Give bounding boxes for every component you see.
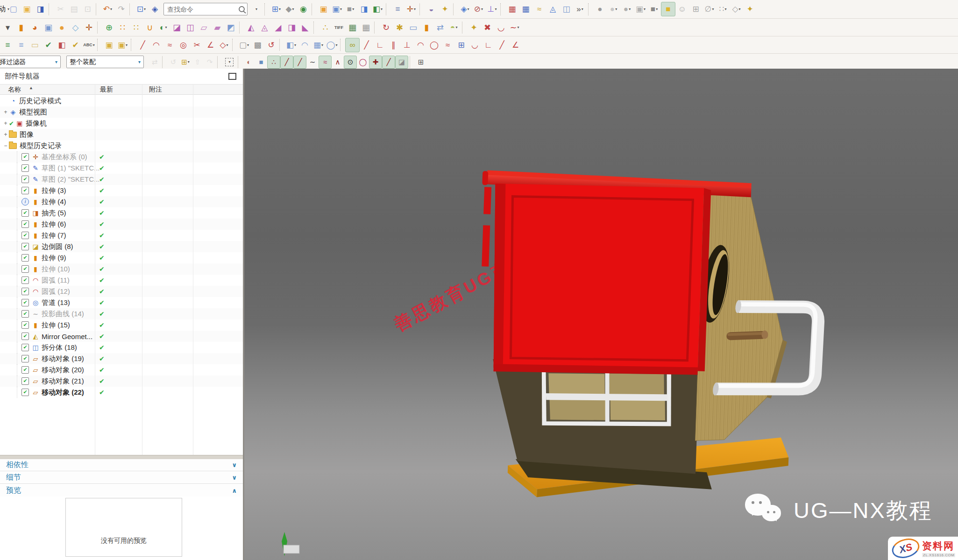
tree-row[interactable]: ✔▱移动对象 (21)✔ <box>0 376 243 387</box>
n-sided-surface[interactable]: ◯▾ <box>325 38 339 52</box>
pattern-feature[interactable]: ∷ <box>116 21 129 34</box>
surface-four-point[interactable]: ◧▾ <box>284 38 298 52</box>
pin-block[interactable]: ▮ <box>420 21 433 34</box>
shell-cmd[interactable]: ◨ <box>285 21 298 34</box>
column-name[interactable]: 名称 <box>8 85 21 94</box>
tree-row[interactable]: ✔◎管道 (13)✔ <box>0 297 243 308</box>
key-shortcut[interactable]: ✦ <box>438 2 452 16</box>
section-dependencies[interactable]: 相依性 ∨ <box>0 459 243 471</box>
mesh-blue[interactable]: ▦ <box>519 2 532 16</box>
true-shading[interactable]: ■ <box>661 2 675 16</box>
chamfer-line[interactable]: ╱ <box>495 38 509 52</box>
sheet-pages[interactable]: ◫ <box>560 2 573 16</box>
fillet-corner[interactable]: ◡ <box>468 38 482 52</box>
taper[interactable]: ◣ <box>298 21 312 34</box>
redo[interactable]: ↷ <box>114 2 128 16</box>
feature-checkbox[interactable]: ✔ <box>21 254 29 262</box>
loop-curve[interactable]: ↺ <box>264 38 278 52</box>
feature-checkbox[interactable]: ✔ <box>21 220 29 228</box>
tree-row[interactable]: +图像 <box>0 129 243 140</box>
feature-checkbox[interactable]: ✔ <box>21 187 29 194</box>
snap-midpoint[interactable]: ╱ <box>293 56 306 69</box>
view-orient[interactable]: ◈▾ <box>458 2 472 16</box>
feature-checkbox[interactable]: ✔ <box>21 310 29 318</box>
point-set[interactable]: ∴ <box>319 21 332 34</box>
snap-point[interactable]: ∴ <box>267 56 280 69</box>
synchronous-move[interactable]: ↻ <box>379 21 393 34</box>
display-mode[interactable]: ■▾ <box>344 2 357 16</box>
navigator-column-header[interactable]: 名称 ▲ 最新 附注 <box>0 84 243 95</box>
trim-body[interactable]: ◪ <box>170 21 184 34</box>
command-finder-input[interactable] <box>166 5 237 14</box>
role-standard[interactable]: ◒ <box>425 2 438 16</box>
datum-csys[interactable]: ✛ <box>82 21 96 34</box>
expand-toggle[interactable]: + <box>2 131 9 138</box>
feature-checkbox[interactable]: ✔ <box>21 389 29 396</box>
unite[interactable]: ∪ <box>143 21 156 34</box>
sketch-axes[interactable]: ∟ <box>373 38 387 52</box>
arc-dashed[interactable]: ◠ <box>414 38 427 52</box>
raster-image[interactable]: ▦ <box>359 21 373 34</box>
chamfer[interactable]: ◢ <box>271 21 285 34</box>
start-menu[interactable]: 启动▾ <box>0 2 7 16</box>
move-component[interactable]: ⇄ <box>149 56 161 68</box>
offset-face[interactable]: ◩ <box>224 21 238 34</box>
tree-row[interactable]: ✔▱移动对象 (19)✔ <box>0 353 243 364</box>
motion-sim[interactable]: ◬ <box>546 2 560 16</box>
viewport-canvas[interactable]: 善思教育UG产品设计 <box>244 69 958 560</box>
actor-view[interactable]: ☺ <box>675 2 689 16</box>
bottle-pair[interactable]: ◓▾ <box>447 21 461 34</box>
draft[interactable]: ◭ <box>244 21 258 34</box>
image-capture[interactable]: ▦ <box>346 21 359 34</box>
trim-curve[interactable]: ✂ <box>190 38 204 52</box>
revolve[interactable]: ◕ <box>28 21 42 34</box>
spline-2[interactable]: ≈ <box>441 38 454 52</box>
curve-wave[interactable]: ∼▾ <box>508 21 521 34</box>
rect-select[interactable]: ▾ <box>225 58 234 66</box>
row2-more[interactable]: ▾ <box>1 21 14 34</box>
chain-link[interactable]: ∞ <box>345 38 360 52</box>
feature-checkbox[interactable]: ✔ <box>21 164 29 172</box>
expand-toggle[interactable]: − <box>2 142 9 149</box>
section-preview[interactable]: 预览 ∧ <box>0 484 243 496</box>
scene-background[interactable]: ▣▾ <box>634 2 647 16</box>
select-up[interactable]: ⇧ <box>192 56 204 68</box>
undo[interactable]: ↶▾ <box>101 2 114 16</box>
layer-category[interactable]: ≡ <box>14 38 28 52</box>
material-gray[interactable]: ●▾ <box>620 2 634 16</box>
datum-plane[interactable]: ◇ <box>69 21 82 34</box>
view-capture[interactable]: ⊡▾ <box>135 2 148 16</box>
feature-checkbox[interactable]: ✔ <box>21 366 29 374</box>
snap-quadrant[interactable]: ◯ <box>357 56 369 68</box>
command-finder-info[interactable]: ◈ <box>148 2 162 16</box>
search-options[interactable]: ▾ <box>249 2 263 16</box>
column-latest[interactable]: 最新 <box>100 85 113 94</box>
plus-filter[interactable]: ⊞▾ <box>179 56 192 68</box>
sketch-line[interactable]: ╱ <box>360 38 373 52</box>
curve-axis[interactable]: ∠ <box>204 38 217 52</box>
no-selection-filter[interactable]: ∅▾ <box>703 2 716 16</box>
flow-analysis[interactable]: ≈ <box>532 2 546 16</box>
assembly-load[interactable]: ▣ <box>102 38 116 52</box>
shaded-select-2[interactable]: ■ <box>255 56 267 68</box>
export-displays[interactable]: ◨ <box>357 2 371 16</box>
annotation-note[interactable]: ▭ <box>28 38 42 52</box>
curve-mesh[interactable]: ⊞ <box>454 38 468 52</box>
folder-blue[interactable]: ▣▾ <box>330 2 344 16</box>
sheet-body[interactable]: ▱ <box>197 21 211 34</box>
spline-tool[interactable]: ≈ <box>163 38 177 52</box>
tree-row[interactable]: −模型历史记录 <box>0 140 243 151</box>
sphere[interactable]: ● <box>55 21 69 34</box>
part-check[interactable]: ◧ <box>55 38 69 52</box>
tree-row[interactable]: ✔▮拉伸 (15)✔ <box>0 319 243 331</box>
pattern-face[interactable]: ∷ <box>129 21 143 34</box>
validate-check[interactable]: ✔ <box>42 38 55 52</box>
extrude[interactable]: ▮ <box>14 21 28 34</box>
studio-spline[interactable]: ◎ <box>177 38 190 52</box>
tiff-export[interactable]: TIFF <box>332 21 346 34</box>
datum-plane-2[interactable]: ◇▾ <box>217 38 231 52</box>
tree-row[interactable]: ✔▮拉伸 (6)✔ <box>0 219 243 230</box>
paste[interactable]: ⊡ <box>81 2 94 16</box>
feature-checkbox[interactable]: ✔ <box>21 377 29 385</box>
snap-existing-point[interactable]: ✚ <box>369 56 382 69</box>
